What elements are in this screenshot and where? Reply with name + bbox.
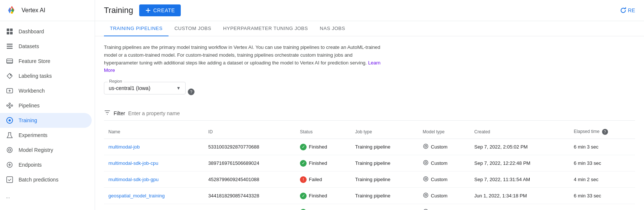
sidebar-item-endpoints[interactable]: Endpoints bbox=[0, 157, 92, 172]
svg-rect-23 bbox=[146, 10, 150, 11]
status-icon: ✓ bbox=[300, 160, 307, 167]
sidebar-item-feature-store[interactable]: Feature Store bbox=[0, 54, 92, 69]
sidebar-item-label: Workbench bbox=[19, 88, 45, 94]
sidebar-item-label: Model Registry bbox=[19, 147, 53, 153]
svg-rect-5 bbox=[10, 32, 13, 34]
filter-input[interactable] bbox=[128, 110, 635, 116]
sidebar-item-label: Pipelines bbox=[19, 103, 40, 109]
datasets-icon bbox=[6, 43, 13, 50]
workbench-icon bbox=[6, 87, 13, 94]
job-name-link[interactable]: geospatial_model_training bbox=[108, 193, 165, 199]
cell-name: multimodal-sdk-job-gpu bbox=[104, 171, 204, 188]
cell-status: ✓ Finished bbox=[295, 204, 351, 210]
elapsed-time-help-icon[interactable]: ? bbox=[602, 129, 608, 135]
svg-rect-8 bbox=[7, 48, 13, 49]
svg-rect-21 bbox=[7, 177, 13, 183]
table-row: climate_script_colab 6010991586144419840… bbox=[104, 204, 635, 210]
sidebar-item-model-registry[interactable]: Model Registry bbox=[0, 143, 92, 157]
tab-custom-jobs[interactable]: CUSTOM JOBS bbox=[169, 21, 217, 36]
chevron-down-icon: ▼ bbox=[176, 86, 181, 91]
col-model-type: Model type bbox=[418, 125, 470, 139]
col-id: ID bbox=[204, 125, 295, 139]
sidebar-item-batch-predictions[interactable]: Batch predictions bbox=[0, 172, 92, 187]
model-type-label: Custom bbox=[431, 177, 448, 182]
app-name: Vertex AI bbox=[22, 7, 45, 14]
col-elapsed-time: Elapsed time ? bbox=[569, 125, 635, 139]
create-button[interactable]: CREATE bbox=[139, 4, 181, 16]
status-icon: ✓ bbox=[300, 193, 307, 199]
model-type-icon bbox=[423, 176, 429, 183]
sidebar-item-label: Feature Store bbox=[19, 58, 50, 64]
status-icon: ! bbox=[300, 176, 307, 183]
cell-name: multimodal-job bbox=[104, 139, 204, 155]
cell-job-type: Training pipeline bbox=[351, 139, 418, 155]
content-area: Training pipelines are the primary model… bbox=[95, 36, 644, 210]
refresh-icon bbox=[620, 7, 627, 14]
sidebar-item-pipelines[interactable]: Pipelines bbox=[0, 98, 92, 113]
vertex-ai-logo bbox=[6, 4, 18, 16]
region-select[interactable]: us-central1 (Iowa) ▼ bbox=[104, 82, 186, 94]
svg-point-17 bbox=[9, 119, 11, 121]
sidebar-item-labeling-tasks[interactable]: Labeling tasks bbox=[0, 69, 92, 83]
svg-point-1 bbox=[11, 11, 13, 14]
dashboard-icon bbox=[6, 28, 13, 35]
filter-icon bbox=[104, 109, 111, 117]
svg-point-28 bbox=[424, 177, 428, 181]
svg-rect-6 bbox=[7, 44, 13, 45]
sidebar-item-label: Experiments bbox=[19, 132, 48, 138]
svg-point-19 bbox=[9, 149, 11, 151]
table-body: multimodal-job 5331003292870770688 ✓ Fin… bbox=[104, 139, 635, 210]
main-header: Training CREATE RE bbox=[95, 0, 644, 21]
region-selector[interactable]: Region us-central1 (Iowa) ▼ bbox=[104, 82, 186, 94]
cell-created: Sep 7, 2022, 12:22:48 PM bbox=[470, 155, 569, 171]
model-registry-icon bbox=[6, 146, 13, 154]
sidebar-item-experiments[interactable]: Experiments bbox=[0, 128, 92, 143]
region-help-icon[interactable]: ? bbox=[188, 89, 194, 95]
sidebar-item-datasets[interactable]: Datasets bbox=[0, 39, 92, 54]
cell-job-type: Training pipeline bbox=[351, 171, 418, 188]
svg-point-10 bbox=[10, 74, 12, 76]
refresh-button[interactable]: RE bbox=[620, 7, 635, 14]
jobs-table: Name ID Status Job type Model type Creat… bbox=[104, 125, 635, 210]
model-type-icon bbox=[423, 209, 429, 210]
svg-rect-7 bbox=[7, 46, 13, 47]
cell-id: 4528799609245401088 bbox=[204, 171, 295, 188]
main-content: Training CREATE RE TRAINING PIPELINES CU… bbox=[95, 0, 644, 210]
cell-id: 6010991586144419840 bbox=[204, 204, 295, 210]
col-created: Created bbox=[470, 125, 569, 139]
sidebar: Vertex AI Dashboard Datasets Feature Sto… bbox=[0, 0, 95, 210]
job-name-link[interactable]: multimodal-job bbox=[108, 144, 140, 150]
sidebar-item-dashboard[interactable]: Dashboard bbox=[0, 24, 92, 39]
svg-point-24 bbox=[424, 144, 428, 149]
labeling-icon bbox=[6, 72, 13, 80]
col-job-type: Job type bbox=[351, 125, 418, 139]
status-text: Finished bbox=[309, 160, 327, 166]
table-row: multimodal-sdk-job-gpu 45287996092454010… bbox=[104, 171, 635, 188]
table-row: multimodal-sdk-job-cpu 38971697615066890… bbox=[104, 155, 635, 171]
cell-name: climate_script_colab bbox=[104, 204, 204, 210]
plus-icon bbox=[145, 7, 151, 13]
table-header-row: Name ID Status Job type Model type Creat… bbox=[104, 125, 635, 139]
svg-rect-4 bbox=[7, 32, 9, 34]
tab-hyperparameter-tuning-jobs[interactable]: HYPERPARAMETER TUNING JOBS bbox=[217, 21, 314, 36]
table-row: geospatial_model_training 34418182908574… bbox=[104, 188, 635, 204]
training-table: Name ID Status Job type Model type Creat… bbox=[104, 125, 635, 210]
cell-model-type: Custom bbox=[418, 188, 470, 204]
cell-created: Sep 7, 2022, 11:31:54 AM bbox=[470, 171, 569, 188]
cell-elapsed-time: 6 min 33 sec bbox=[569, 204, 635, 210]
experiments-icon bbox=[6, 131, 13, 139]
sidebar-item-training[interactable]: Training bbox=[0, 113, 92, 128]
job-name-link[interactable]: multimodal-sdk-job-cpu bbox=[108, 160, 158, 166]
tab-nas-jobs[interactable]: NAS JOBS bbox=[314, 21, 351, 36]
tab-training-pipelines[interactable]: TRAINING PIPELINES bbox=[104, 21, 169, 36]
sidebar-item-workbench[interactable]: Workbench bbox=[0, 83, 92, 98]
cell-elapsed-time: 4 min 2 sec bbox=[569, 171, 635, 188]
svg-point-31 bbox=[425, 194, 426, 196]
region-value: us-central1 (Iowa) bbox=[109, 85, 173, 91]
job-name-link[interactable]: multimodal-sdk-job-gpu bbox=[108, 177, 158, 182]
cell-status: ✓ Finished bbox=[295, 155, 351, 171]
sidebar-more[interactable]: ... bbox=[0, 190, 95, 203]
description-text: Training pipelines are the primary model… bbox=[104, 44, 386, 74]
svg-point-14 bbox=[11, 105, 13, 106]
model-type-label: Custom bbox=[431, 193, 448, 199]
